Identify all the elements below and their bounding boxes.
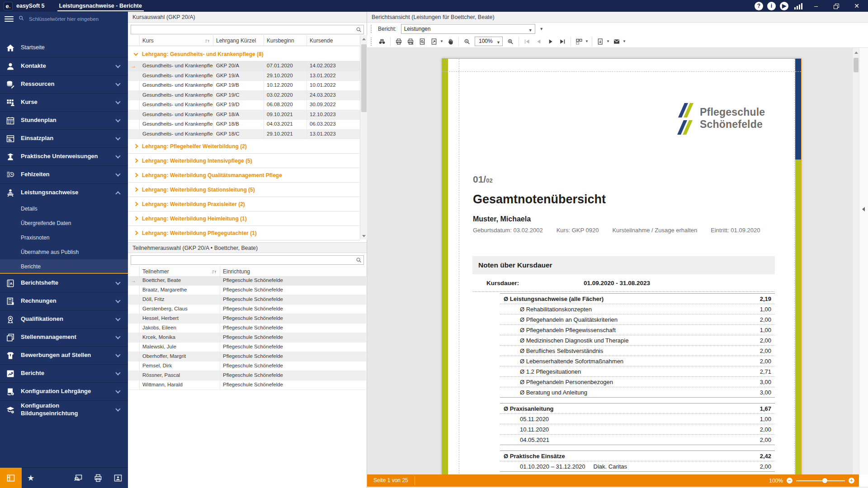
kurs-group-row-collapsed[interactable]: Lehrgang: Weiterbildung Stationsleitung … bbox=[128, 183, 360, 197]
preview-scrollbar[interactable] bbox=[852, 48, 859, 474]
sidebar-item-ressourcen[interactable]: Ressourcen bbox=[0, 75, 128, 93]
user-card-icon[interactable] bbox=[108, 468, 128, 488]
quick-print-icon[interactable] bbox=[405, 36, 416, 47]
kurs-row[interactable]: Gesundheits- und Krankenpfleg...GKP 19/B… bbox=[128, 81, 360, 91]
zoom-out-icon[interactable] bbox=[461, 36, 473, 47]
report-type-select[interactable]: Leistungen ▼ bbox=[401, 24, 535, 34]
active-module-tab[interactable]: Leistungsnachweise - Berichte bbox=[57, 0, 144, 12]
sidebar-subitem-bernahme-aus-publish[interactable]: Übernahme aus Publish bbox=[0, 245, 128, 259]
chevron-down-icon[interactable]: ▼ bbox=[623, 39, 627, 43]
kurs-row[interactable]: Gesundheits- und Krankenpfleg...GKP 18/A… bbox=[128, 110, 360, 120]
search-icon[interactable] bbox=[355, 26, 362, 33]
print-icon[interactable] bbox=[393, 36, 405, 47]
kurs-row[interactable]: Gesundheits- und Krankenpfleg...GKP 18/C… bbox=[128, 130, 360, 140]
multipage-view-icon[interactable] bbox=[573, 36, 585, 47]
print-icon[interactable] bbox=[88, 468, 108, 488]
scroll-thumb[interactable] bbox=[361, 44, 367, 112]
zoom-in-icon[interactable]: + bbox=[849, 478, 854, 483]
chevron-down-icon[interactable]: ▼ bbox=[440, 39, 444, 43]
kurs-row[interactable]: →Gesundheits- und Krankenpfleg...GKP 20/… bbox=[128, 61, 360, 71]
favorites-star-icon[interactable]: ★ bbox=[22, 473, 40, 483]
scroll-down-icon[interactable] bbox=[360, 232, 368, 239]
teilnehmer-search-input[interactable] bbox=[133, 256, 354, 264]
page-setup-icon[interactable] bbox=[428, 36, 440, 47]
sidebar-subitem-praxisnoten[interactable]: Praxisnoten bbox=[0, 230, 128, 245]
drag-handle[interactable] bbox=[371, 38, 373, 46]
sidebar-item-berichte[interactable]: Berichte bbox=[0, 364, 128, 382]
teilnehmer-row[interactable]: Malewski, JulePflegeschule Schönefelde bbox=[128, 343, 366, 352]
export-document-icon[interactable] bbox=[594, 36, 606, 47]
sidebar-item-konfiguration-bildungseinrichtung[interactable]: Konfiguration Bildungseinrichtung bbox=[0, 400, 128, 418]
report-options-dropdown[interactable]: ▼ bbox=[537, 24, 546, 34]
teilnehmer-row[interactable]: Krcek, MonikaPflegeschule Schönefelde bbox=[128, 333, 366, 343]
sidebar-item-konfiguration-lehrg-nge[interactable]: Konfiguration Lehrgänge bbox=[0, 382, 128, 400]
layout-view-button[interactable] bbox=[0, 468, 22, 488]
nav-last-page-icon[interactable] bbox=[557, 36, 568, 47]
kurs-group-row-collapsed[interactable]: Lehrgang: Pflegehelfer Weiterbildung (2) bbox=[128, 139, 360, 154]
sidebar-subitem-details[interactable]: Details bbox=[0, 202, 128, 216]
column-header-kuerzel[interactable]: Lehrgang Kürzel bbox=[213, 35, 264, 46]
teilnehmer-row[interactable]: Döll, FritzPflegeschule Schönefelde bbox=[128, 295, 366, 305]
sidebar-subitem-bergreifende-daten[interactable]: Übergreifende Daten bbox=[0, 216, 128, 230]
scroll-thumb[interactable] bbox=[854, 58, 859, 72]
zoom-out-icon[interactable]: − bbox=[787, 478, 793, 483]
sidebar-subitem-berichte[interactable]: Berichte bbox=[0, 259, 128, 274]
search-icon[interactable] bbox=[355, 257, 362, 263]
menu-hamburger-icon[interactable] bbox=[5, 16, 14, 22]
kurs-row[interactable]: Gesundheits- und Krankenpfleg...GKP 18/B… bbox=[128, 120, 360, 130]
report-preview-area[interactable]: 01/02 Pflegeschule Schönefelde Gesamtnot… bbox=[367, 48, 852, 474]
sidebar-item-kurse[interactable]: Kurse bbox=[0, 93, 128, 111]
sidebar-item-rechnungen[interactable]: Rechnungen bbox=[0, 292, 128, 310]
close-button[interactable]: ✕ bbox=[850, 0, 863, 12]
zoom-slider[interactable] bbox=[796, 480, 845, 481]
kurs-group-row-collapsed[interactable]: Lehrgang: Weiterbildung Qualitätsmanagem… bbox=[128, 168, 360, 183]
kurs-group-row-collapsed[interactable]: Lehrgang: Weiterbildung Praxisleiter (2) bbox=[128, 197, 360, 211]
sidebar-item-praktische-unterweisungen[interactable]: Praktische Unterweisungen bbox=[0, 147, 128, 165]
column-header-kurs[interactable]: Kurs bbox=[139, 35, 213, 46]
kurs-search-input[interactable] bbox=[133, 26, 354, 33]
sidebar-item-leistungsnachweise[interactable]: Leistungsnachweise bbox=[0, 183, 128, 202]
collapse-panel-icon[interactable] bbox=[862, 207, 865, 211]
find-binoculars-icon[interactable] bbox=[376, 36, 388, 47]
zoom-in-icon[interactable] bbox=[505, 36, 516, 47]
column-header-einrichtung[interactable]: Einrichtung bbox=[220, 266, 366, 277]
teilnehmer-row[interactable]: Hessel, HerbertPflegeschule Schönefelde bbox=[128, 314, 366, 324]
sidebar-item-berichtshefte[interactable]: ABerichtshefte bbox=[0, 274, 128, 292]
minimize-button[interactable]: – bbox=[809, 0, 823, 12]
zoom-level-combobox[interactable]: 100% ▼ bbox=[475, 37, 503, 46]
sidebar-search-input[interactable] bbox=[29, 16, 106, 22]
sidebar-item-stellenmanagement[interactable]: Stellenmanagement bbox=[0, 328, 128, 346]
chevron-down-icon[interactable]: ▼ bbox=[606, 39, 611, 43]
sidebar-item-startseite[interactable]: Startseite bbox=[0, 39, 128, 57]
sidebar-item-qualifikationen[interactable]: Qualifikationen bbox=[0, 310, 128, 328]
zoom-slider-thumb[interactable] bbox=[822, 478, 827, 483]
restore-button[interactable] bbox=[830, 0, 843, 12]
kurs-scrollbar[interactable] bbox=[360, 35, 367, 239]
teilnehmer-row[interactable]: Pemsel, DirkPflegeschule Schönefelde bbox=[128, 361, 366, 371]
column-header-kursende[interactable]: Kursende bbox=[307, 35, 360, 46]
drag-handle[interactable] bbox=[371, 25, 373, 33]
sidebar-item-fehlzeiten[interactable]: Fehlzeiten bbox=[0, 165, 128, 183]
teilnehmer-row[interactable]: Oberhoffer, MargritPflegeschule Schönefe… bbox=[128, 352, 366, 361]
kurs-group-row-collapsed[interactable]: Lehrgang: Weiterbildung Heimleitung (1) bbox=[128, 211, 360, 226]
email-envelope-icon[interactable] bbox=[611, 36, 623, 47]
teilnehmer-row[interactable]: →Boettcher, BeatePflegeschule Schönefeld… bbox=[128, 276, 366, 286]
kurs-group-row-collapsed[interactable]: Lehrgang: Weiterbildung Intensivpflege (… bbox=[128, 154, 360, 168]
kurs-row[interactable]: Gesundheits- und Krankenpfleg...GKP 19/D… bbox=[128, 100, 360, 110]
print-preview-icon[interactable] bbox=[416, 36, 428, 47]
kurs-row[interactable]: Gesundheits- und Krankenpfleg...GKP 19/A… bbox=[128, 71, 360, 81]
stats-bars-icon[interactable] bbox=[794, 2, 802, 9]
sidebar-item-stundenplan[interactable]: Stundenplan bbox=[0, 111, 128, 129]
teilnehmer-row[interactable]: Gerstenberg, ClausPflegeschule Schönefel… bbox=[128, 305, 366, 314]
nav-next-page-icon[interactable] bbox=[545, 36, 557, 47]
teilnehmer-row[interactable]: Braatz, MargarethePflegeschule Schönefel… bbox=[128, 286, 366, 295]
chevron-down-icon[interactable]: ▼ bbox=[585, 39, 590, 43]
kurs-group-row-collapsed[interactable]: Lehrgang: Weiterbildung Pflegegutachter … bbox=[128, 226, 360, 240]
sidebar-item-bewerbungen-auf-stellen[interactable]: Bewerbungen auf Stellen bbox=[0, 346, 128, 364]
screen-search-icon[interactable] bbox=[68, 468, 88, 488]
teilnehmer-row[interactable]: Rössner, PascalPflegeschule Schönefelde bbox=[128, 371, 366, 380]
nav-previous-page-icon[interactable] bbox=[533, 36, 545, 47]
teilnehmer-row[interactable]: Jakobs, EileenPflegeschule Schönefelde bbox=[128, 324, 366, 333]
kurs-group-row-expanded[interactable]: Lehrgang: Gesundheits- und Krankenpflege… bbox=[128, 47, 360, 61]
hand-pan-icon[interactable] bbox=[444, 36, 456, 47]
